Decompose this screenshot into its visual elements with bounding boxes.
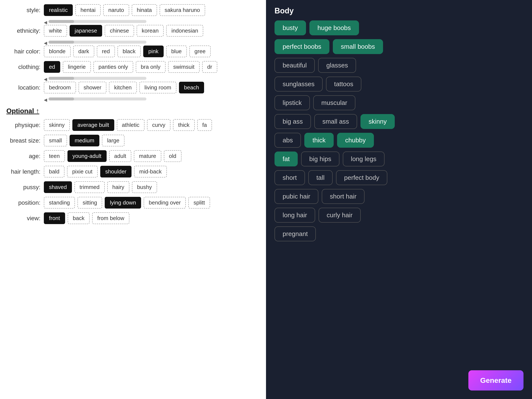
chip-age-3[interactable]: mature: [134, 150, 161, 162]
chip-clothing-2[interactable]: panties only: [93, 61, 133, 73]
chip-breast-size-0[interactable]: small: [44, 135, 67, 146]
chip-physique-0[interactable]: skinny: [44, 119, 70, 131]
chip-age-4[interactable]: old: [164, 150, 182, 162]
chip-hair-color-4[interactable]: pink: [143, 45, 164, 57]
chip-pussy-1[interactable]: trimmed: [75, 181, 105, 193]
chip-position-0[interactable]: standing: [44, 197, 75, 209]
scroll-arrow-clothing[interactable]: ◀: [44, 77, 47, 80]
chip-physique-1[interactable]: average built: [72, 119, 114, 131]
chip-position-3[interactable]: bending over: [144, 197, 186, 209]
body-chip-20[interactable]: tall: [308, 170, 333, 185]
chip-ethnicity-0[interactable]: white: [44, 25, 67, 37]
scrollbar-track-clothing[interactable]: [49, 77, 146, 80]
chip-physique-3[interactable]: curvy: [147, 119, 171, 131]
chip-hair-color-0[interactable]: blonde: [44, 45, 71, 57]
chip-age-2[interactable]: adult: [109, 150, 131, 162]
chip-view-1[interactable]: back: [68, 212, 90, 224]
chip-ethnicity-4[interactable]: indonesian: [166, 25, 203, 37]
scrollbar-track-ethnicity[interactable]: [49, 41, 146, 44]
chip-location-2[interactable]: kitchen: [109, 82, 137, 93]
body-chip-26[interactable]: pregnant: [274, 226, 316, 241]
chip-physique-2[interactable]: athletic: [117, 119, 145, 131]
chip-hair-color-5[interactable]: blue: [166, 45, 187, 57]
body-chip-11[interactable]: small ass: [314, 114, 357, 129]
chip-clothing-4[interactable]: swimsuit: [168, 61, 200, 73]
row-age: age:teenyoung-adultadultmatureold: [6, 150, 260, 162]
scrollbar-thumb-location[interactable]: [49, 97, 74, 101]
chip-location-1[interactable]: shower: [78, 82, 107, 93]
chip-location-3[interactable]: living room: [139, 82, 176, 93]
chip-position-2[interactable]: lying down: [105, 197, 141, 209]
chip-ethnicity-2[interactable]: chinese: [105, 25, 134, 37]
scrollbar-thumb-style[interactable]: [49, 20, 74, 23]
body-chip-23[interactable]: short hair: [322, 189, 365, 204]
chip-clothing-3[interactable]: bra only: [136, 61, 166, 73]
body-chip-16[interactable]: fat: [274, 152, 298, 166]
body-chip-21[interactable]: perfect body: [336, 170, 387, 185]
chip-pussy-3[interactable]: bushy: [132, 181, 157, 193]
body-chip-13[interactable]: abs: [274, 133, 301, 148]
chip-ethnicity-3[interactable]: korean: [137, 25, 164, 37]
chip-breast-size-1[interactable]: medium: [70, 135, 99, 146]
chip-age-0[interactable]: teen: [44, 150, 65, 162]
chip-hair-length-0[interactable]: bald: [44, 166, 64, 177]
chip-hair-length-2[interactable]: shoulder: [100, 166, 132, 177]
chip-hair-color-3[interactable]: black: [117, 45, 141, 57]
chip-physique-5[interactable]: fa: [197, 119, 212, 131]
body-chip-18[interactable]: long legs: [343, 152, 385, 166]
chip-ethnicity-1[interactable]: japanese: [70, 25, 102, 37]
body-chip-1[interactable]: huge boobs: [309, 20, 359, 35]
chip-physique-4[interactable]: thick: [173, 119, 195, 131]
body-chip-0[interactable]: busty: [274, 20, 306, 35]
chip-location-0[interactable]: bedroom: [44, 82, 76, 93]
body-chip-22[interactable]: pubic hair: [274, 189, 318, 204]
chip-age-1[interactable]: young-adult: [67, 150, 107, 162]
chip-hair-color-6[interactable]: gree: [189, 45, 211, 57]
scrollbar-track-style[interactable]: [49, 20, 146, 23]
body-chip-2[interactable]: perfect boobs: [274, 39, 329, 54]
scrollbar-thumb-clothing[interactable]: [49, 77, 74, 80]
chip-hair-color-1[interactable]: dark: [73, 45, 94, 57]
chip-hair-color-2[interactable]: red: [97, 45, 115, 57]
chip-location-4[interactable]: beach: [179, 82, 204, 93]
body-chip-25[interactable]: curly hair: [319, 208, 361, 223]
chip-style-0[interactable]: realistic: [44, 4, 73, 16]
body-chip-4[interactable]: beautiful: [274, 58, 315, 73]
chip-clothing-1[interactable]: lingerie: [63, 61, 91, 73]
chip-clothing-5[interactable]: dr: [202, 61, 217, 73]
chip-hair-length-3[interactable]: mid-back: [134, 166, 167, 177]
body-chip-9[interactable]: muscular: [313, 95, 355, 110]
body-chip-15[interactable]: chubby: [337, 133, 374, 148]
chip-hair-length-1[interactable]: pixie cut: [67, 166, 97, 177]
scrollbar-thumb-ethnicity[interactable]: [49, 41, 74, 44]
chip-pussy-2[interactable]: hairy: [107, 181, 129, 193]
body-chip-6[interactable]: sunglasses: [274, 77, 323, 91]
chips-location: bedroomshowerkitchenliving roombeach: [44, 82, 204, 93]
chip-view-2[interactable]: from below: [92, 212, 129, 224]
body-chip-12[interactable]: skinny: [361, 114, 395, 129]
body-chip-3[interactable]: small boobs: [333, 39, 383, 54]
chip-clothing-0[interactable]: ed: [44, 61, 60, 73]
body-chip-14[interactable]: thick: [304, 133, 334, 148]
body-chip-8[interactable]: lipstick: [274, 95, 310, 110]
scrollbar-track-location[interactable]: [49, 97, 146, 101]
body-chip-19[interactable]: short: [274, 170, 305, 185]
scroll-arrow-style[interactable]: ◀: [44, 20, 47, 23]
generate-button[interactable]: Generate: [468, 370, 524, 391]
chip-breast-size-2[interactable]: large: [102, 135, 125, 146]
body-chip-5[interactable]: glasses: [318, 58, 356, 73]
chip-style-2[interactable]: naruto: [103, 4, 129, 16]
chip-style-4[interactable]: sakura haruno: [160, 4, 205, 16]
chip-position-4[interactable]: splitt: [188, 197, 210, 209]
body-chip-10[interactable]: big ass: [274, 114, 311, 129]
body-chip-7[interactable]: tattoos: [326, 77, 361, 91]
scroll-arrow-ethnicity[interactable]: ◀: [44, 40, 47, 44]
chip-view-0[interactable]: front: [44, 212, 65, 224]
chip-position-1[interactable]: sitting: [77, 197, 102, 209]
chip-pussy-0[interactable]: shaved: [44, 181, 72, 193]
chip-style-1[interactable]: hentai: [75, 4, 101, 16]
body-chip-17[interactable]: big hips: [301, 152, 339, 166]
chip-style-3[interactable]: hinata: [132, 4, 157, 16]
scroll-arrow-location[interactable]: ◀: [44, 97, 47, 101]
body-chip-24[interactable]: long hair: [274, 208, 315, 223]
